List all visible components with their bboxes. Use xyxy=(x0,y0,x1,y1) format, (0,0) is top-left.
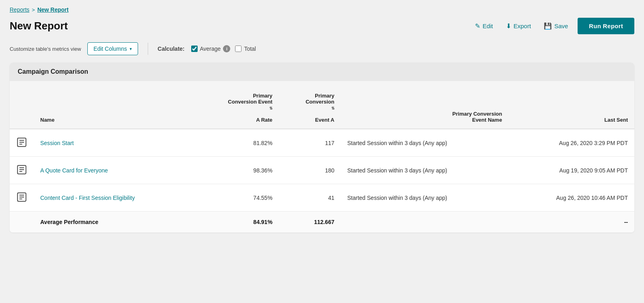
row-last-sent: Aug 26, 2020 10:46 AM PDT xyxy=(508,184,634,212)
row-pc-event-a: 41 xyxy=(279,184,341,212)
customize-label: Customize table's metrics view xyxy=(10,46,81,52)
row-name[interactable]: Content Card - First Session Eligibility xyxy=(34,184,194,212)
info-icon: i xyxy=(223,45,230,52)
breadcrumb-current: New Report xyxy=(37,6,69,13)
row-pc-event-a: 180 xyxy=(279,157,341,184)
calculate-section: Calculate: Average i Total xyxy=(158,45,256,52)
row-icon xyxy=(10,129,34,157)
row-name[interactable]: A Quote Card for Everyone xyxy=(34,157,194,184)
edit-columns-button[interactable]: Edit Columns ▾ xyxy=(87,42,138,55)
table-section-title: Campaign Comparison xyxy=(10,62,634,81)
col-pcr-a-rate: PrimaryConversion Event ⇅ A Rate xyxy=(194,81,279,129)
header-row: New Report ✎ Edit ⬇ Export 💾 Save Run Re… xyxy=(10,18,634,34)
table-section: Campaign Comparison Name PrimaryConversi… xyxy=(10,62,634,232)
col-pc-event-name: Primary ConversionEvent Name xyxy=(341,81,509,129)
total-checkbox-group: Total xyxy=(235,46,256,52)
table-row: A Quote Card for Everyone98.36%180Starte… xyxy=(10,157,634,184)
toolbar-row: Customize table's metrics view Edit Colu… xyxy=(10,42,634,55)
header-actions: ✎ Edit ⬇ Export 💾 Save Run Report xyxy=(472,18,634,34)
average-label[interactable]: Average xyxy=(200,46,221,52)
row-pc-event-name: Started Session within 3 days (Any app) xyxy=(341,157,509,184)
row-name[interactable]: Session Start xyxy=(34,129,194,157)
save-icon: 💾 xyxy=(544,22,552,30)
total-checkbox[interactable] xyxy=(235,46,242,52)
breadcrumb-separator: > xyxy=(32,7,35,13)
edit-icon: ✎ xyxy=(475,22,480,30)
row-last-sent: Aug 26, 2020 3:29 PM PDT xyxy=(508,129,634,157)
export-icon: ⬇ xyxy=(506,22,511,30)
average-checkbox[interactable] xyxy=(191,46,198,52)
breadcrumb-reports-link[interactable]: Reports xyxy=(10,6,29,13)
table-row: Session Start81.82%117Started Session wi… xyxy=(10,129,634,157)
calculate-label: Calculate: xyxy=(158,46,185,52)
average-checkbox-group: Average i xyxy=(191,45,231,52)
col-pc-event-a: PrimaryConversion ⇅ Event A xyxy=(279,81,341,129)
row-pcr-a-rate: 81.82% xyxy=(194,129,279,157)
run-report-button[interactable]: Run Report xyxy=(578,18,634,34)
row-pc-event-name: Started Session within 3 days (Any app) xyxy=(341,129,509,157)
save-button[interactable]: 💾 Save xyxy=(541,20,571,32)
row-icon xyxy=(10,157,34,184)
row-pc-event-a: 117 xyxy=(279,129,341,157)
chevron-down-icon: ▾ xyxy=(130,46,132,52)
average-row: Average Performance84.91%112.667-- xyxy=(10,212,634,233)
avg-pcr-a-rate: 84.91% xyxy=(194,212,279,233)
row-pcr-a-rate: 98.36% xyxy=(194,157,279,184)
campaign-table: Name PrimaryConversion Event ⇅ A Rate Pr… xyxy=(10,81,634,232)
table-header-row: Name PrimaryConversion Event ⇅ A Rate Pr… xyxy=(10,81,634,129)
col-last-sent: Last Sent xyxy=(508,81,634,129)
table-row: Content Card - First Session Eligibility… xyxy=(10,184,634,212)
breadcrumb: Reports > New Report xyxy=(10,6,634,13)
avg-pc-event-a: 112.667 xyxy=(279,212,341,233)
edit-button[interactable]: ✎ Edit xyxy=(472,20,496,32)
row-pcr-a-rate: 74.55% xyxy=(194,184,279,212)
page-title: New Report xyxy=(10,20,68,32)
sort-arrows-pce[interactable]: ⇅ xyxy=(331,106,334,110)
col-icon xyxy=(10,81,34,129)
avg-pc-event-name xyxy=(341,212,509,233)
col-name: Name xyxy=(34,81,194,129)
avg-name: Average Performance xyxy=(34,212,194,233)
sort-arrows-pcr[interactable]: ⇅ xyxy=(269,106,272,110)
row-icon xyxy=(10,184,34,212)
row-pc-event-name: Started Session within 3 days (Any app) xyxy=(341,184,509,212)
toolbar-divider xyxy=(148,43,148,55)
export-button[interactable]: ⬇ Export xyxy=(503,20,534,32)
avg-last-sent: -- xyxy=(508,212,634,233)
avg-icon-cell xyxy=(10,212,34,233)
total-label[interactable]: Total xyxy=(244,46,256,52)
row-last-sent: Aug 19, 2020 9:05 AM PDT xyxy=(508,157,634,184)
